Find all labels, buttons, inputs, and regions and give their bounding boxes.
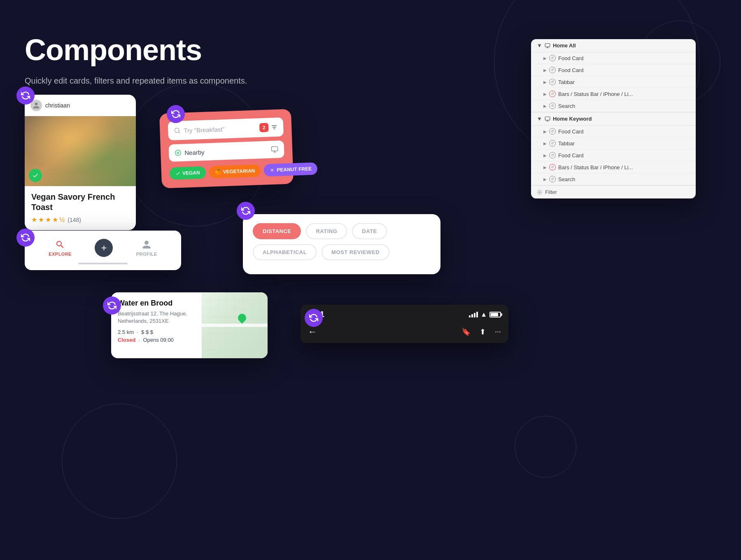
nav-item-label: Search xyxy=(558,176,575,182)
nav-item-food-card-1[interactable]: ▶ ↺ Food Card xyxy=(531,52,696,64)
opens-label: Opens 09:00 xyxy=(143,337,173,343)
sort-row-2: ALPHABETICAL MOST REVIEWED xyxy=(253,244,431,260)
svg-point-4 xyxy=(177,152,179,154)
statusbar-card: 9:41 ▲ ← 🔖 ⬆ ··· xyxy=(301,305,508,343)
sync-icon-food-card[interactable] xyxy=(16,86,35,105)
sync-icon-sort[interactable] xyxy=(237,202,255,220)
place-price: $ $ $ xyxy=(141,329,153,335)
tab-add[interactable]: + xyxy=(95,239,113,257)
star-5: ½ xyxy=(59,216,65,224)
chip-peanut-free[interactable]: PEANUT FREE xyxy=(264,162,318,177)
more-button[interactable]: ··· xyxy=(495,327,501,336)
tab-profile[interactable]: PROFILE xyxy=(136,240,157,257)
nav-item-label: Tabbar xyxy=(558,79,575,85)
sync-icon-statusbar[interactable] xyxy=(305,309,323,327)
place-status: Closed · Opens 09:00 xyxy=(118,337,195,343)
nav-item-icon: ↺ xyxy=(549,79,556,85)
share-button[interactable]: ⬆ xyxy=(480,327,486,336)
tab-indicator xyxy=(78,263,128,264)
filter-label: Filter xyxy=(545,189,557,195)
add-button[interactable]: + xyxy=(95,239,113,257)
place-address: Beatrijsstraat 12, The Hague, Netherland… xyxy=(118,310,195,325)
star-4: ★ xyxy=(52,216,58,224)
nav-item-tabbar[interactable]: ▶ ↺ Tabbar xyxy=(531,76,696,88)
map-road-horizontal xyxy=(202,324,268,327)
svg-point-5 xyxy=(175,150,181,156)
statusbar-bottom: ← 🔖 ⬆ ··· xyxy=(301,322,508,343)
nav-item-label: Search xyxy=(558,103,575,109)
food-card-image xyxy=(25,116,136,186)
food-card: christiaan Vegan Savory French Toast ★ ★… xyxy=(25,95,136,230)
nav-item-food-card-3[interactable]: ▶ ↺ Food Card xyxy=(531,126,696,138)
nav-filter-row: Filter xyxy=(531,186,696,198)
food-card-title: Vegan Savory French Toast xyxy=(31,192,129,212)
closed-label: Closed xyxy=(118,337,135,343)
status-right-icons: ▲ xyxy=(469,311,501,318)
nav-item-search-1[interactable]: ▶ ↺ Search xyxy=(531,100,696,112)
nav-item-statusbar-2[interactable]: ▶ ↺ Bars / Status Bar / iPhone / Li... xyxy=(531,161,696,173)
nav-item-icon: ↺ xyxy=(549,152,556,159)
sort-distance[interactable]: DISTANCE xyxy=(253,223,301,239)
wifi-icon: ▲ xyxy=(480,311,487,318)
nav-item-search-2[interactable]: ▶ ↺ Search xyxy=(531,173,696,185)
back-button[interactable]: ← xyxy=(308,327,317,337)
sort-card: DISTANCE RATING DATE ALPHABETICAL MOST R… xyxy=(243,214,440,274)
nav-item-label: Bars / Status Bar / iPhone / Li... xyxy=(558,91,633,97)
tab-explore[interactable]: EXPLORE xyxy=(49,240,72,257)
place-name: Water en Brood xyxy=(118,299,195,308)
nav-item-food-card-4[interactable]: ▶ ↺ Food Card xyxy=(531,149,696,161)
review-count: (148) xyxy=(68,217,81,223)
bookmark-button[interactable]: 🔖 xyxy=(461,327,471,336)
search-badges: 2 xyxy=(259,123,278,133)
bar-2 xyxy=(471,314,473,317)
star-3: ★ xyxy=(45,216,51,224)
sort-alphabetical[interactable]: ALPHABETICAL xyxy=(253,244,317,260)
sort-most-reviewed[interactable]: MOST REVIEWED xyxy=(322,244,389,260)
bar-1 xyxy=(469,315,471,317)
place-distance: 2.5 km xyxy=(118,329,134,335)
search-placeholder: Try "Breakfast" xyxy=(184,126,225,134)
badge-count: 2 xyxy=(259,123,269,132)
page-subtitle: Quickly edit cards, filters and repeated… xyxy=(25,76,247,86)
nav-item-food-card-2[interactable]: ▶ ↺ Food Card xyxy=(531,64,696,76)
nav-item-label: Tabbar xyxy=(558,140,575,147)
nearby-text: Nearby xyxy=(184,148,205,156)
svg-rect-6 xyxy=(271,147,277,151)
nav-item-label: Food Card xyxy=(558,55,583,61)
tabbar-card: EXPLORE + PROFILE xyxy=(25,231,181,270)
sort-rating[interactable]: RATING xyxy=(306,223,347,239)
map-visual xyxy=(202,292,268,358)
nav-section-home-all: ▼ Home All xyxy=(531,39,696,52)
nav-item-statusbar[interactable]: ▶ ↺ Bars / Status Bar / iPhone / Li... xyxy=(531,88,696,100)
food-card-header: christiaan xyxy=(25,95,136,116)
nav-arrow: ▼ xyxy=(537,42,542,49)
svg-rect-7 xyxy=(545,43,550,47)
map-card: Water en Brood Beatrijsstraat 12, The Ha… xyxy=(111,292,268,358)
food-card-body: Vegan Savory French Toast ★ ★ ★ ★ ½ (148… xyxy=(25,186,136,230)
sync-icon-map[interactable] xyxy=(103,296,121,315)
sync-icon-tabbar[interactable] xyxy=(16,229,35,247)
nav-section-home-keyword: ▼ Home Keyword xyxy=(531,112,696,126)
search-input-row: Try "Breakfast" 2 xyxy=(168,117,284,140)
nav-item-icon: ↺ xyxy=(549,176,556,182)
sort-date[interactable]: DATE xyxy=(352,223,387,239)
action-buttons: 🔖 ⬆ ··· xyxy=(461,327,501,336)
rating-stars: ★ ★ ★ ★ ½ (148) xyxy=(31,216,129,224)
nav-item-icon: ↺ xyxy=(549,67,556,73)
sort-row-1: DISTANCE RATING DATE xyxy=(253,223,431,239)
battery-fill xyxy=(491,313,498,316)
sync-icon-search[interactable] xyxy=(167,105,185,123)
nav-item-icon: ↺ xyxy=(549,140,556,147)
star-1: ★ xyxy=(31,216,37,224)
page-title: Components xyxy=(25,33,202,67)
statusbar-top: 9:41 ▲ xyxy=(301,305,508,322)
map-info: Water en Brood Beatrijsstraat 12, The Ha… xyxy=(111,292,202,358)
signal-bars-icon xyxy=(469,312,478,317)
chip-vegan[interactable]: VEGAN xyxy=(170,166,206,180)
nav-item-icon-red: ↺ xyxy=(549,164,556,170)
nav-section-label: Home Keyword xyxy=(553,116,592,122)
chip-vegetarian[interactable]: 🍊 VEGETARIAN xyxy=(209,164,261,178)
nav-arrow: ▼ xyxy=(537,116,542,122)
nav-item-tabbar-2[interactable]: ▶ ↺ Tabbar xyxy=(531,138,696,149)
filter-chips: VEGAN 🍊 VEGETARIAN PEANUT FREE xyxy=(170,163,285,180)
